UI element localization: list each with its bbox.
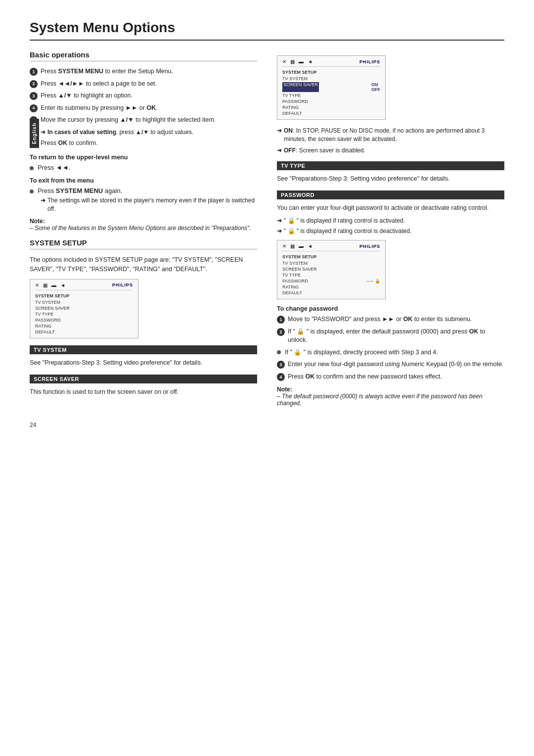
step-number: 3 xyxy=(30,92,38,100)
screen-section-label: SYSTEM SETUP xyxy=(282,253,380,260)
screen-icons: ✕ ▦ ▬ ◄ xyxy=(282,59,312,64)
screen-row: DEFAULT xyxy=(35,329,133,335)
screen-saver-section: SCREEN SAVER This function is used to tu… xyxy=(30,375,257,397)
screen-header: ✕ ▦ ▬ ◄ PHILIPS xyxy=(35,283,133,290)
password-screen: ✕ ▦ ▬ ◄ PHILIPS SYSTEM SETUP TV SYSTEM S… xyxy=(277,240,386,299)
screen-saver-off-desc: ➜ OFF: Screen saver is disabled. xyxy=(277,146,504,155)
password-arrow1: ➜ " 🔒 " is displayed if rating control i… xyxy=(277,217,504,225)
basic-operations-section: Basic operations 1 Press SYSTEM MENU to … xyxy=(30,50,257,232)
grid-icon: ▦ xyxy=(290,243,295,249)
screen-row: DEFAULT xyxy=(282,290,380,296)
step-text: Press OK to confirm. xyxy=(41,139,98,148)
philips-logo: PHILIPS xyxy=(359,59,380,64)
bullet-dot xyxy=(277,350,281,354)
list-item: 3 Press ▲/▼ to highlight an option. xyxy=(30,92,257,100)
step-text: Press SYSTEM MENU to enter the Setup Men… xyxy=(41,67,173,76)
arrow-icon: ➜ xyxy=(41,196,45,205)
step-number: 2 xyxy=(277,328,285,336)
basic-ops-note: Note: – Some of the features in the Syst… xyxy=(30,218,257,232)
screen-saver-body: This function is used to turn the screen… xyxy=(30,387,257,397)
main-content: Basic operations 1 Press SYSTEM MENU to … xyxy=(30,50,504,412)
philips-logo: PHILIPS xyxy=(359,244,380,249)
system-setup-screen: ✕ ▦ ▬ ◄ PHILIPS SYSTEM SETUP TV SYSTEM S… xyxy=(30,279,138,338)
bullet-dot xyxy=(30,166,34,170)
change-password-list: 1 Move to "PASSWORD" and press ►► or OK … xyxy=(277,315,504,381)
screen-header: ✕ ▦ ▬ ◄ PHILIPS xyxy=(282,243,380,251)
system-setup-section: SYSTEM SETUP The options included in SYS… xyxy=(30,238,257,338)
note-text: – The default password (0000) is always … xyxy=(277,393,504,407)
screen-row: RATING xyxy=(282,104,380,110)
arrow1-text: " 🔒 " is displayed if rating control is … xyxy=(284,217,405,225)
arrow-icon: ➜ xyxy=(277,227,282,236)
grid-icon: ▦ xyxy=(290,59,295,64)
signal-icon: ◄ xyxy=(308,243,312,249)
arrow-icon: ➜ xyxy=(277,127,282,135)
tv-system-section: TV SYSTEM See "Preparations-Step 3: Sett… xyxy=(30,345,257,368)
screen-icons: ✕ ▦ ▬ ◄ xyxy=(282,243,312,249)
screen-section-label: SYSTEM SETUP xyxy=(35,292,133,299)
page-title: System Menu Options xyxy=(30,20,504,41)
philips-logo: PHILIPS xyxy=(112,283,133,287)
screen-row: PASSWORD xyxy=(282,98,380,104)
list-item: 2 Press ◄◄/►► to select a page to be set… xyxy=(30,80,257,89)
tv-type-section: TV TYPE See "Preparations-Step 3: Settin… xyxy=(277,161,504,184)
step-text: If " 🔒 " is displayed, directly proceed … xyxy=(285,348,438,357)
arrow-icon: ➜ xyxy=(277,146,282,155)
wrench-icon: ✕ xyxy=(282,243,286,249)
screen-row: PASSWORD xyxy=(35,317,133,323)
step-text: Move to "PASSWORD" and press ►► or OK to… xyxy=(288,315,472,324)
left-column: Basic operations 1 Press SYSTEM MENU to … xyxy=(30,50,257,412)
screen-header: ✕ ▦ ▬ ◄ PHILIPS xyxy=(282,59,380,67)
password-body: You can enter your four-digit password t… xyxy=(277,203,504,213)
step-number: 1 xyxy=(30,68,38,76)
exit-arrow: ➜ The settings will be stored in the pla… xyxy=(41,196,257,213)
tv-type-bar: TV TYPE xyxy=(277,161,504,170)
step-number: 3 xyxy=(277,361,285,369)
step-text: Press ◄◄/►► to select a page to be set. xyxy=(41,80,157,89)
return-text: Press ◄◄. xyxy=(38,164,70,171)
screen-section-label: SYSTEM SETUP xyxy=(282,69,380,76)
arrow2-text: " 🔒 " is displayed if rating control is … xyxy=(284,227,411,236)
confirm-list: 6 Press OK to confirm. xyxy=(30,139,257,148)
tv-system-body: See "Preparations-Step 3: Setting video … xyxy=(30,358,257,368)
screen-row: TV TYPE xyxy=(282,93,380,98)
screen-row: TV SYSTEM xyxy=(282,76,380,82)
wrench-icon: ✕ xyxy=(282,59,286,64)
exit-text: Press SYSTEM MENU again. xyxy=(38,187,122,194)
arrow-icon: ➜ xyxy=(41,128,45,137)
return-menu-item: Press ◄◄. xyxy=(30,164,257,171)
signal-icon: ◄ xyxy=(308,59,312,64)
password-arrow2: ➜ " 🔒 " is displayed if rating control i… xyxy=(277,227,504,236)
wrench-icon: ✕ xyxy=(35,283,39,288)
screen-row: TV SYSTEM xyxy=(35,299,133,305)
arrow-icon: ➜ xyxy=(277,217,282,225)
system-setup-body: The options included in SYSTEM SETUP pag… xyxy=(30,255,257,274)
list-item: 5 Move the cursor by pressing ▲/▼ to hig… xyxy=(30,116,257,125)
value-setting-arrow: ➜ In cases of value setting, press ▲/▼ t… xyxy=(41,128,257,137)
screen-row: SCREEN SAVER xyxy=(282,266,380,272)
step-number: 2 xyxy=(30,80,38,88)
screen-row: TV TYPE xyxy=(35,311,133,317)
list-item: 4 Enter its submenu by pressing ►► or OK… xyxy=(30,104,257,113)
list-item: 6 Press OK to confirm. xyxy=(30,139,257,148)
screen-saver-on-text: ON: In STOP, PAUSE or No DISC mode, if n… xyxy=(284,127,504,143)
list-item: 2 If " 🔒 " is displayed, enter the defau… xyxy=(277,328,504,345)
step-number: 4 xyxy=(277,373,285,381)
note-text: – Some of the features in the System Men… xyxy=(30,225,257,232)
basic-operations-title: Basic operations xyxy=(30,50,257,61)
screen-saver-on-desc: ➜ ON: In STOP, PAUSE or No DISC mode, if… xyxy=(277,127,504,143)
list-item: 3 Enter your new four-digit password usi… xyxy=(277,360,504,369)
change-password-title: To change password xyxy=(277,305,504,312)
page-number: 24 xyxy=(30,422,504,428)
basic-operations-list: 1 Press SYSTEM MENU to enter the Setup M… xyxy=(30,67,257,125)
bullet-dot xyxy=(30,189,34,193)
grid-icon: ▦ xyxy=(43,283,47,288)
tv-icon: ▬ xyxy=(299,243,304,249)
screen-saver-bar: SCREEN SAVER xyxy=(30,375,257,383)
arrow-text: In cases of value setting, press ▲/▼ to … xyxy=(47,128,193,137)
screen-row: DEFAULT xyxy=(282,110,380,116)
step-number: 1 xyxy=(277,316,285,324)
step-number: 4 xyxy=(30,104,38,112)
password-bar: PASSWORD xyxy=(277,190,504,199)
tv-icon: ▬ xyxy=(299,59,304,64)
